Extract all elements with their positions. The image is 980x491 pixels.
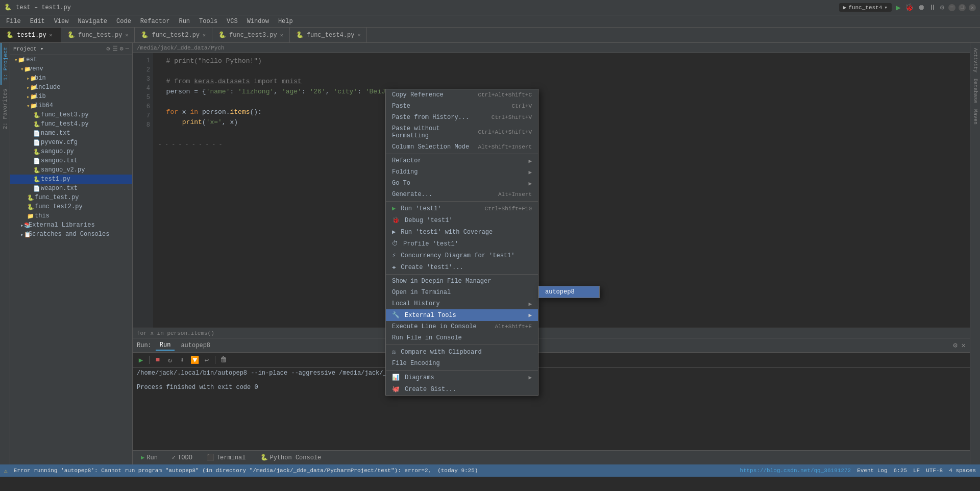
tree-item-scratches[interactable]: ▸📋 Scratches and Consoles bbox=[10, 230, 132, 239]
ctx-local-history[interactable]: Local History ▶ bbox=[386, 298, 538, 309]
ctx-generate[interactable]: Generate... Alt+Insert bbox=[386, 189, 538, 200]
right-tab-activity[interactable]: Activity bbox=[971, 45, 979, 76]
menu-code[interactable]: Code bbox=[112, 17, 135, 26]
tree-item-sanguov2[interactable]: 🐍 sanguo_v2.py bbox=[10, 165, 132, 175]
ctx-profile-test1[interactable]: ⏱ Profile 'test1' bbox=[386, 238, 538, 250]
project-settings-icon[interactable]: ⚙ bbox=[106, 45, 110, 53]
bottom-tab-python-console[interactable]: 🐍 Python Console bbox=[256, 453, 326, 462]
menu-vcs[interactable]: VCS bbox=[223, 17, 242, 26]
settings-btn[interactable]: ⚙ bbox=[940, 3, 944, 12]
minimize-btn[interactable]: ─ bbox=[948, 4, 955, 11]
tab-test1py[interactable]: 🐍 test1.py ✕ bbox=[0, 28, 61, 42]
ctx-create-gist[interactable]: 🐙 Create Gist... bbox=[386, 383, 538, 395]
run-btn[interactable]: ▶ bbox=[896, 3, 901, 13]
tree-item-lib[interactable]: ▸📁 lib bbox=[10, 92, 132, 101]
ctx-folding[interactable]: Folding ▶ bbox=[386, 166, 538, 178]
tab-close-3[interactable]: ✕ bbox=[280, 32, 283, 38]
tree-item-extlibs[interactable]: ▸📚 External Libraries bbox=[10, 220, 132, 230]
tab-functest4[interactable]: 🐍 func_test4.py ✕ bbox=[290, 28, 368, 42]
tree-item-venv[interactable]: ▾📁 venv bbox=[10, 64, 132, 73]
tab-functest1[interactable]: 🐍 func_test.py ✕ bbox=[61, 28, 135, 42]
tab-functest2[interactable]: 🐍 func_test2.py ✕ bbox=[135, 28, 212, 42]
tree-item-functest1[interactable]: 🐍 func_test.py bbox=[10, 193, 132, 202]
project-gear-icon[interactable]: ⚙ bbox=[120, 45, 124, 53]
ctx-run-file-console[interactable]: Run File in Console bbox=[386, 332, 538, 343]
tab-functest3[interactable]: 🐍 func_test3.py ✕ bbox=[212, 28, 290, 42]
tree-item-this[interactable]: 📁 this bbox=[10, 211, 132, 220]
tab-close-2[interactable]: ✕ bbox=[203, 32, 206, 38]
ctx-run-coverage[interactable]: ▶ Run 'test1' with Coverage bbox=[386, 226, 538, 238]
ctx-concurrency[interactable]: ⚡ Concurrency Diagram for 'test1' bbox=[386, 250, 538, 261]
right-tab-maven[interactable]: Maven bbox=[971, 106, 979, 128]
run-trash-btn[interactable]: 🗑 bbox=[218, 355, 229, 365]
tab-close-4[interactable]: ✕ bbox=[357, 32, 360, 38]
menu-tools[interactable]: Tools bbox=[195, 17, 222, 26]
ctx-diagrams[interactable]: 📊 Diagrams ▶ bbox=[386, 372, 538, 383]
tab-close-1[interactable]: ✕ bbox=[125, 32, 128, 38]
right-tab-database[interactable]: Database bbox=[971, 76, 979, 106]
run-tab-run[interactable]: Run bbox=[156, 340, 175, 351]
maximize-btn[interactable]: □ bbox=[959, 4, 966, 11]
tree-item-test[interactable]: ▾📁 test bbox=[10, 55, 132, 64]
coverage-btn[interactable]: ⏺ bbox=[918, 4, 925, 12]
menu-refactor[interactable]: Refactor bbox=[136, 17, 174, 26]
menu-help[interactable]: Help bbox=[274, 17, 297, 26]
ctx-debug-test1[interactable]: 🐞 Debug 'test1' bbox=[386, 214, 538, 226]
ctx-refactor[interactable]: Refactor ▶ bbox=[386, 155, 538, 166]
run-filter-btn[interactable]: 🔽 bbox=[189, 355, 200, 365]
ctx-create-test1[interactable]: ✚ Create 'test1'... bbox=[386, 261, 538, 273]
ctx-file-encoding[interactable]: File Encoding bbox=[386, 358, 538, 369]
tree-item-sanguotxt[interactable]: 📄 sanguo.txt bbox=[10, 156, 132, 165]
menu-window[interactable]: Window bbox=[243, 17, 273, 26]
ctx-open-terminal[interactable]: Open in Terminal bbox=[386, 287, 538, 298]
tree-item-pyvenv[interactable]: 📄 pyvenv.cfg bbox=[10, 138, 132, 147]
vtab-project[interactable]: 1: Project bbox=[1, 43, 10, 85]
project-layout-icon[interactable]: ☰ bbox=[112, 45, 118, 53]
tree-item-test1[interactable]: 🐍 test1.py bbox=[10, 175, 132, 184]
bottom-tab-run[interactable]: ▶ Run bbox=[137, 453, 162, 462]
menu-navigate[interactable]: Navigate bbox=[74, 17, 111, 26]
run-stop-btn[interactable]: ■ bbox=[153, 355, 163, 365]
project-close-icon[interactable]: — bbox=[126, 45, 129, 53]
tree-item-lib64[interactable]: ▾📁 lib64 bbox=[10, 101, 132, 110]
ctx-paste-history[interactable]: Paste from History... Ctrl+Shift+V bbox=[386, 112, 538, 123]
tree-item-name[interactable]: 📄 name.txt bbox=[10, 129, 132, 138]
status-event-log[interactable]: Event Log bbox=[857, 468, 887, 474]
bottom-tab-todo[interactable]: ✓ TODO bbox=[168, 453, 197, 462]
ctx-goto[interactable]: Go To ▶ bbox=[386, 178, 538, 189]
ctx-execute-line[interactable]: Execute Line in Console Alt+Shift+E bbox=[386, 321, 538, 332]
ctx-copy-reference[interactable]: Copy Reference Ctrl+Alt+Shift+C bbox=[386, 89, 538, 101]
ctx-paste[interactable]: Paste Ctrl+V bbox=[386, 101, 538, 112]
tab-close-0[interactable]: ✕ bbox=[50, 32, 53, 38]
run-settings-icon[interactable]: ⚙ bbox=[953, 341, 957, 350]
ctx-external-tools[interactable]: 🔧 External Tools ▶ bbox=[386, 309, 538, 321]
menu-view[interactable]: View bbox=[50, 17, 73, 26]
close-btn[interactable]: ✕ bbox=[969, 4, 976, 11]
menu-run[interactable]: Run bbox=[175, 17, 194, 26]
ctx-column-mode[interactable]: Column Selection Mode Alt+Shift+Insert bbox=[386, 141, 538, 153]
tree-item-functest3[interactable]: 🐍 func_test3.py bbox=[10, 110, 132, 119]
run-close-icon[interactable]: ✕ bbox=[962, 341, 966, 350]
run-config-selector[interactable]: ▶ func_test4 ▾ bbox=[839, 3, 892, 12]
run-scroll-btn[interactable]: ⬇ bbox=[177, 355, 187, 365]
bottom-tab-terminal[interactable]: ⬛ Terminal bbox=[203, 453, 250, 462]
debug-btn[interactable]: 🐞 bbox=[905, 3, 914, 12]
ctx-show-deepin[interactable]: Show in Deepin File Manager bbox=[386, 276, 538, 287]
run-wrap-btn[interactable]: ↩ bbox=[202, 355, 212, 365]
ctx-run-test1[interactable]: ▶ Run 'test1' Ctrl+Shift+F10 bbox=[386, 203, 538, 214]
menu-edit[interactable]: Edit bbox=[26, 17, 49, 26]
tree-item-bin[interactable]: ▸📁 bin bbox=[10, 73, 132, 83]
tree-item-include[interactable]: ▸📁 include bbox=[10, 83, 132, 92]
vtab-favorites[interactable]: 2: Favorites bbox=[1, 85, 9, 133]
profile-btn[interactable]: ⏸ bbox=[929, 4, 936, 12]
tree-item-functest4[interactable]: 🐍 func_test4.py bbox=[10, 119, 132, 129]
tree-item-functest2[interactable]: 🐍 func_test2.py bbox=[10, 202, 132, 211]
run-rerun-btn[interactable]: ↻ bbox=[165, 355, 175, 365]
tree-item-weapon[interactable]: 📄 weapon.txt bbox=[10, 184, 132, 193]
submenu-autopep8[interactable]: autopep8 bbox=[539, 286, 599, 298]
ctx-paste-no-format[interactable]: Paste without Formatting Ctrl+Alt+Shift+… bbox=[386, 123, 538, 141]
tree-item-sanguo[interactable]: 🐍 sanguo.py bbox=[10, 147, 132, 156]
ctx-compare-clipboard[interactable]: ⚖ Compare with Clipboard bbox=[386, 346, 538, 358]
run-play-btn[interactable]: ▶ bbox=[136, 355, 146, 365]
menu-file[interactable]: File bbox=[2, 17, 25, 26]
